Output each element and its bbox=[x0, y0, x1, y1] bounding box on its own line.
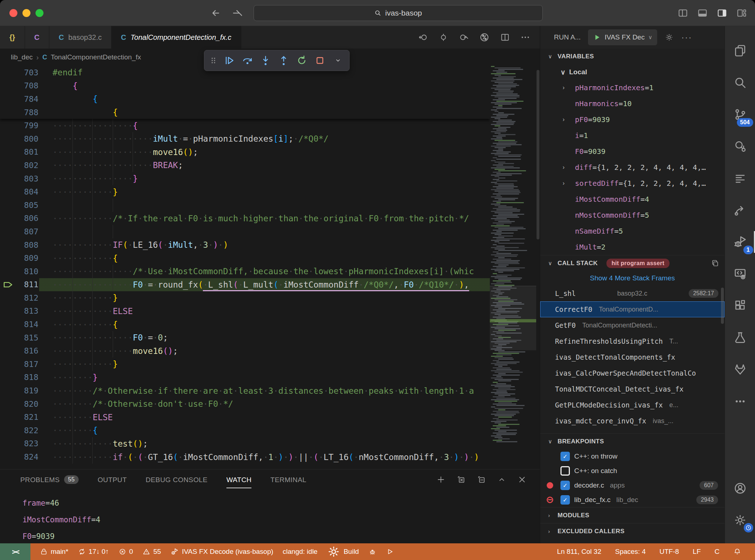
variable-row[interactable]: iMult = 2 bbox=[540, 239, 725, 255]
tab-c-file[interactable]: C bbox=[25, 26, 49, 49]
more-actions-icon[interactable]: ··· bbox=[681, 32, 692, 42]
close-panel-icon[interactable] bbox=[517, 475, 527, 484]
activitybar-remote-explorer[interactable] bbox=[725, 258, 755, 290]
variable-row[interactable]: nSameDiff = 5 bbox=[540, 223, 725, 239]
code-line[interactable]: 800····················iMult·=·pHarmonic… bbox=[0, 132, 490, 146]
step-out-button[interactable] bbox=[276, 53, 291, 68]
variable-row[interactable]: iMostCommonDiff = 4 bbox=[540, 191, 725, 207]
minimap[interactable] bbox=[490, 66, 536, 469]
breakpoint-row[interactable]: C++: on catch bbox=[540, 464, 725, 478]
activitybar-search-commit[interactable] bbox=[725, 130, 755, 162]
nav-back-icon[interactable] bbox=[418, 32, 428, 42]
code-line[interactable]: 806············/*·If·the·real·F0·is·much… bbox=[0, 212, 490, 225]
toggle-secondary-sidebar-icon[interactable] bbox=[717, 8, 727, 18]
code-line[interactable]: 814············{ bbox=[0, 318, 490, 331]
panel-tab-watch[interactable]: WATCH bbox=[226, 469, 252, 490]
command-center-search[interactable]: ivas-basop bbox=[254, 5, 543, 21]
code-line[interactable]: 824············if·(·(·GT_16(·iMostCommon… bbox=[0, 450, 490, 464]
code-line[interactable]: 802····················BREAK; bbox=[0, 159, 490, 172]
history-back-icon[interactable] bbox=[210, 8, 221, 18]
code-line[interactable]: 809············{ bbox=[0, 251, 490, 265]
stack-frame-row[interactable]: ivas_mdct_core_invQ_fxivas_... bbox=[540, 413, 725, 429]
status-item-play[interactable] bbox=[386, 548, 394, 556]
stack-frame-row[interactable]: L_shlbasop32.c2582:17 bbox=[540, 285, 725, 301]
variable-row[interactable]: i = 1 bbox=[540, 128, 725, 143]
status-item-c[interactable]: C bbox=[714, 548, 719, 556]
continue-button[interactable] bbox=[222, 53, 237, 68]
activitybar-beaker[interactable] bbox=[725, 322, 755, 354]
status-item-bug[interactable] bbox=[368, 548, 376, 556]
status-item-ln[interactable]: Ln 811, Col 32 bbox=[557, 548, 601, 556]
code-line[interactable]: 815················F0·=·0; bbox=[0, 331, 490, 344]
toggle-sidebar-icon[interactable] bbox=[677, 8, 688, 18]
show-more-stack-frames-link[interactable]: Show 4 More Stack Frames bbox=[540, 271, 725, 285]
code-line[interactable]: 803················} bbox=[0, 172, 490, 185]
activitybar-debug[interactable]: 1 bbox=[725, 226, 755, 258]
editor-scrollbar[interactable] bbox=[536, 66, 540, 469]
copy-call-stack-icon[interactable] bbox=[711, 259, 719, 268]
activitybar-files[interactable] bbox=[725, 35, 755, 67]
code-line[interactable]: 820········/*·Otherwise·don't·use·F0·*/ bbox=[0, 397, 490, 411]
code-line[interactable]: 817············} bbox=[0, 358, 490, 371]
tab-tonal[interactable]: CTonalComponentDetection_fx.c bbox=[112, 26, 241, 49]
status-item-55[interactable]: 55 bbox=[142, 548, 161, 556]
panel-tab-problems[interactable]: PROBLEMS55 bbox=[20, 469, 79, 490]
status-item-ivas[interactable]: IVAS FX Decode (ivas-basop) bbox=[170, 547, 273, 556]
start-debug-icon[interactable] bbox=[593, 33, 601, 41]
watch-item[interactable]: frame = 46 bbox=[22, 495, 540, 511]
add-expression-icon[interactable] bbox=[436, 475, 446, 484]
variable-row[interactable]: ›sortedDiff = {1, 2, 2, 2, 4, 4,… bbox=[540, 175, 725, 191]
nav-forward-icon[interactable] bbox=[459, 32, 469, 42]
breakpoint-row[interactable]: ✓C++: on throw bbox=[540, 449, 725, 464]
code-line[interactable]: 808············IF(·LE_16(·iMult,·3·)·) bbox=[0, 238, 490, 252]
step-over-button[interactable] bbox=[240, 53, 255, 68]
panel-tab-terminal[interactable]: TERMINAL bbox=[270, 469, 306, 490]
section-call-stack[interactable]: ∨CALL STACKhit program assert bbox=[540, 255, 725, 271]
variable-row[interactable]: ›pF0 = 9039 bbox=[540, 112, 725, 128]
status-item-clangd[interactable]: clangd: idle bbox=[283, 548, 317, 556]
code-line[interactable]: 807 bbox=[0, 225, 490, 238]
sticky-line[interactable]: 708 { bbox=[0, 79, 490, 93]
variable-row[interactable]: ›diff = {1, 2, 2, 2, 4, 4, 4, 4,… bbox=[540, 159, 725, 175]
activitybar-extensions[interactable] bbox=[725, 290, 755, 322]
activitybar-account[interactable] bbox=[725, 472, 755, 504]
sticky-line[interactable]: 784 { bbox=[0, 92, 490, 106]
toggle-panel-icon[interactable] bbox=[697, 8, 708, 18]
nav-circle-icon[interactable] bbox=[438, 32, 449, 42]
remote-indicator[interactable]: >< bbox=[0, 543, 30, 560]
breakpoint-checkbox[interactable]: ✓ bbox=[560, 452, 570, 461]
stack-frame-row[interactable]: GetF0TonalComponentDetecti... bbox=[540, 317, 725, 333]
code-line[interactable]: 821········ELSE bbox=[0, 410, 490, 424]
code-line[interactable]: 804············} bbox=[0, 185, 490, 198]
run-circle-icon[interactable] bbox=[479, 32, 490, 43]
breakpoint-checkbox[interactable] bbox=[560, 466, 570, 476]
section-variables[interactable]: ∨VARIABLES bbox=[540, 49, 725, 64]
stack-frame-row[interactable]: RefineThresholdsUsingPitchT... bbox=[540, 333, 725, 349]
activitybar-search[interactable] bbox=[725, 67, 755, 99]
variable-row[interactable]: nHarmonics = 10 bbox=[540, 96, 725, 112]
code-line[interactable]: 811················F0·=·round_fx(·L_shl(… bbox=[0, 278, 490, 292]
restart-button[interactable] bbox=[294, 53, 309, 68]
activitybar-source-control[interactable]: 504 bbox=[725, 99, 755, 130]
breakpoint-checkbox[interactable]: ✓ bbox=[560, 481, 570, 490]
stack-frame-row[interactable]: ivas_DetectTonalComponents_fx bbox=[540, 349, 725, 365]
status-item-spaces[interactable]: Spaces: 4 bbox=[615, 548, 646, 556]
chevron-down-button[interactable] bbox=[330, 53, 346, 68]
code-line[interactable]: 819········/*·Otherwise·if·there·are·at·… bbox=[0, 384, 490, 397]
section-breakpoints[interactable]: ∨BREAKPOINTS bbox=[540, 433, 725, 449]
activitybar-ellipsis[interactable] bbox=[725, 385, 755, 417]
stack-frame-row[interactable]: CorrectF0TonalComponentD... bbox=[540, 301, 725, 317]
status-item-main[interactable]: main* bbox=[40, 548, 68, 556]
launch-config-dropdown[interactable]: IVAS FX Dec ∨ bbox=[588, 29, 658, 45]
chevron-up-icon[interactable] bbox=[497, 475, 506, 484]
status-item-0[interactable]: 0 bbox=[118, 548, 133, 556]
section-modules[interactable]: ›MODULES bbox=[540, 507, 725, 523]
activitybar-share[interactable] bbox=[725, 194, 755, 226]
code-line[interactable]: 812············} bbox=[0, 291, 490, 305]
call-stack-scrollbar[interactable] bbox=[721, 288, 724, 324]
minimize-window-button[interactable] bbox=[22, 9, 30, 17]
remove-all-icon[interactable] bbox=[456, 475, 466, 484]
breadcrumb-item[interactable]: lib_dec bbox=[11, 53, 33, 61]
code-line[interactable]: 818········} bbox=[0, 371, 490, 384]
code-line[interactable]: 801····················move16(); bbox=[0, 146, 490, 159]
